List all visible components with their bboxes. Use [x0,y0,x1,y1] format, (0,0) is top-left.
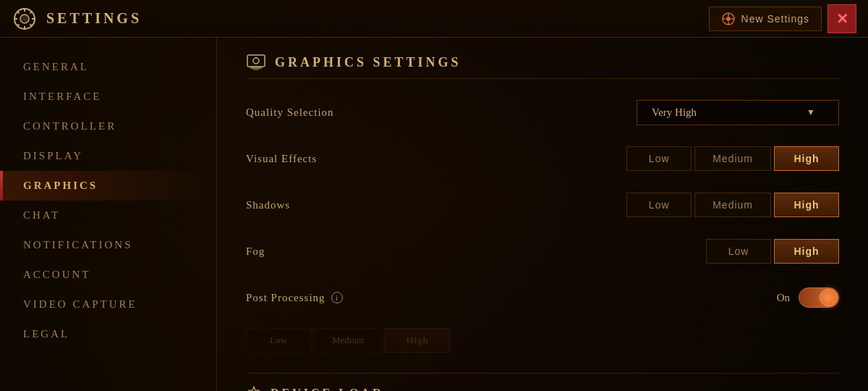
device-load-title: DEVICE LOAD [271,387,383,391]
toggle-knob [820,289,837,306]
partial-medium-btn[interactable]: Medium [314,328,382,353]
dropdown-arrow-icon: ▼ [807,107,815,118]
device-load-section: DEVICE LOAD High [246,373,839,391]
svg-point-1 [20,14,29,23]
visual-effects-medium-btn[interactable]: Medium [694,146,771,171]
top-right-controls: New Settings ✕ [709,4,856,33]
sidebar-item-legal[interactable]: LEGAL [0,319,216,349]
svg-rect-7 [253,69,259,70]
close-icon: ✕ [836,10,848,28]
main-layout: GENERALINTERFACECONTROLLERDISPLAYGRAPHIC… [0,38,868,391]
visual-effects-label: Visual Effects [246,153,317,165]
sidebar-item-interface-label: INTERFACE [23,91,101,102]
sidebar-item-general[interactable]: GENERAL [0,52,216,82]
shadows-medium-btn[interactable]: Medium [694,193,771,217]
quality-selection-label: Quality Selection [246,106,334,119]
sidebar-item-controller[interactable]: CONTROLLER [0,112,216,141]
sidebar-item-interface[interactable]: INTERFACE [0,82,216,112]
sidebar-item-notifications[interactable]: NOTIFICATIONS [0,230,216,260]
title-area: SETTINGS [12,6,142,32]
quality-dropdown-value: Very High [652,106,697,119]
post-processing-info-icon[interactable]: i [331,292,343,303]
shadows-controls: Low Medium High [626,193,839,217]
shadows-high-btn[interactable]: High [774,193,839,217]
graphics-icon [246,52,266,72]
device-load-icon [246,385,262,391]
sidebar-item-chat-label: CHAT [23,209,60,221]
post-processing-on-label: On [777,292,790,304]
fog-high-btn[interactable]: High [774,239,839,264]
content-area: GRAPHICS SETTINGS Quality Selection Very… [217,38,868,391]
svg-rect-5 [247,55,265,67]
partial-settings-row: Low Medium High [246,328,839,353]
fog-controls: Low High [706,239,839,264]
svg-point-3 [726,17,731,21]
quality-dropdown[interactable]: Very High ▼ [637,100,839,125]
new-settings-icon [721,12,736,26]
sidebar-item-video-capture-label: VIDEO CAPTURE [23,298,137,310]
shadows-low-btn[interactable]: Low [626,193,692,217]
visual-effects-controls: Low Medium High [626,146,839,171]
sidebar-item-legal-label: LEGAL [23,328,69,340]
post-processing-toggle-switch[interactable] [799,287,839,308]
section-header: GRAPHICS SETTINGS [246,52,839,79]
sidebar-item-display[interactable]: DISPLAY [0,141,216,171]
settings-gear-icon [12,6,38,32]
sidebar-item-chat[interactable]: CHAT [0,201,216,230]
sidebar-item-controller-label: CONTROLLER [23,120,116,132]
device-load-header: DEVICE LOAD [246,385,839,391]
sidebar-item-general-label: GENERAL [23,61,89,72]
sidebar-item-graphics[interactable]: GRAPHICS [0,171,216,201]
visual-effects-high-btn[interactable]: High [774,146,839,171]
sidebar-item-account-label: ACCOUNT [23,269,91,280]
fog-label: Fog [246,245,265,258]
sidebar-item-notifications-label: NOTIFICATIONS [23,239,133,251]
visual-effects-low-btn[interactable]: Low [626,146,692,171]
fog-low-btn[interactable]: Low [706,239,771,264]
sidebar-item-display-label: DISPLAY [23,150,83,161]
quality-selection-row: Quality Selection Very High ▼ [246,96,839,128]
svg-rect-6 [250,67,262,69]
partial-low-btn[interactable]: Low [246,328,311,353]
page-title: SETTINGS [46,10,142,27]
close-button[interactable]: ✕ [827,4,856,33]
shadows-row: Shadows Low Medium High [246,189,839,221]
new-settings-button[interactable]: New Settings [709,7,822,31]
fog-row: Fog Low High [246,235,839,267]
visual-effects-row: Visual Effects Low Medium High [246,143,839,175]
partial-high-btn[interactable]: High [385,328,450,353]
top-bar: SETTINGS New Settings ✕ [0,0,868,38]
section-title: GRAPHICS SETTINGS [275,55,461,70]
shadows-label: Shadows [246,199,290,211]
post-processing-label: Post Processing [246,292,326,304]
post-processing-toggle-container: On [777,287,839,308]
sidebar-item-account[interactable]: ACCOUNT [0,260,216,290]
sidebar-item-video-capture[interactable]: VIDEO CAPTURE [0,290,216,319]
svg-point-8 [253,58,259,64]
post-processing-row: Post Processing i On [246,282,839,314]
sidebar-item-graphics-label: GRAPHICS [23,180,98,191]
new-settings-label: New Settings [741,13,809,25]
sidebar: GENERALINTERFACECONTROLLERDISPLAYGRAPHIC… [0,38,217,391]
